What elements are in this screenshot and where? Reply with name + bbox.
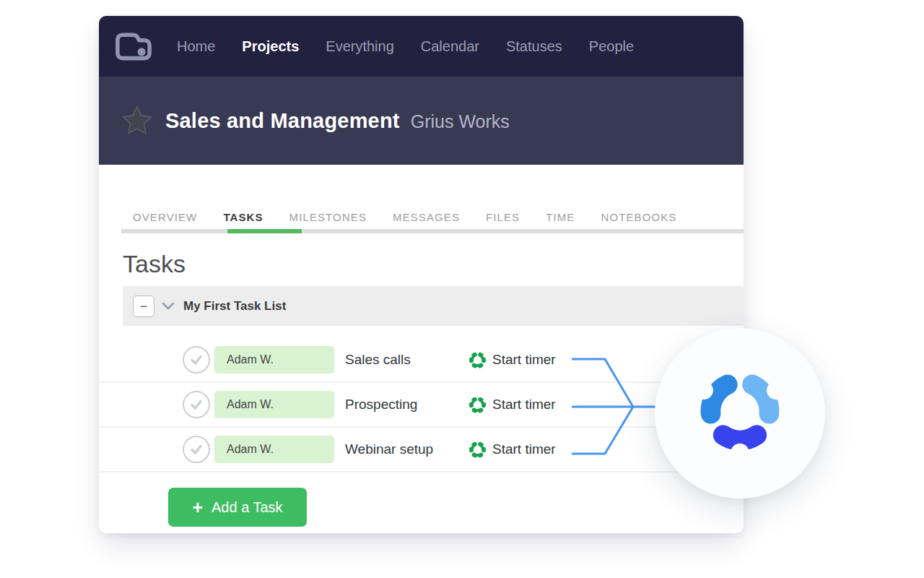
tab-milestones[interactable]: MILESTONES xyxy=(289,211,367,223)
screenshot-stage: Home Projects Everything Calendar Status… xyxy=(0,0,924,578)
tab-overview[interactable]: OVERVIEW xyxy=(133,211,197,223)
tab-files[interactable]: FILES xyxy=(486,211,520,223)
time-tracker-logo-icon xyxy=(694,365,786,457)
assignee-badge: Adam W. xyxy=(214,346,334,374)
task-row: Adam W. Webinar setup Start timer xyxy=(99,428,744,473)
task-name[interactable]: Webinar setup xyxy=(345,441,468,457)
nav-item-everything[interactable]: Everything xyxy=(326,38,394,55)
check-icon xyxy=(189,353,204,367)
top-navigation-bar: Home Projects Everything Calendar Status… xyxy=(99,16,744,77)
project-title-group: Sales and Management Grius Works xyxy=(165,109,510,133)
task-rows: Adam W. Sales calls Start timer xyxy=(99,326,744,473)
add-task-label: Add a Task xyxy=(212,499,283,516)
nav-items: Home Projects Everything Calendar Status… xyxy=(177,38,634,55)
add-task-button[interactable]: + Add a Task xyxy=(168,488,307,527)
tab-time[interactable]: TIME xyxy=(546,211,575,223)
complete-task-checkbox[interactable] xyxy=(183,436,210,463)
task-list-header: − My First Task List xyxy=(123,286,744,326)
start-timer-label: Start timer xyxy=(492,352,556,368)
check-icon xyxy=(189,442,204,457)
project-tabs-row: OVERVIEW TASKS MILESTONES MESSAGES FILES… xyxy=(99,165,744,233)
start-timer-button[interactable]: Start timer xyxy=(468,440,556,460)
task-row: Adam W. Prospecting Start timer xyxy=(99,383,744,428)
chevron-down-icon[interactable] xyxy=(162,302,175,310)
project-header: Sales and Management Grius Works xyxy=(99,77,744,165)
active-tab-underline xyxy=(227,229,302,233)
project-tabs: OVERVIEW TASKS MILESTONES MESSAGES FILES… xyxy=(133,211,744,223)
project-title: Sales and Management xyxy=(165,109,400,133)
nav-item-home[interactable]: Home xyxy=(177,38,215,55)
app-window: Home Projects Everything Calendar Status… xyxy=(99,16,744,533)
tab-tasks[interactable]: TASKS xyxy=(223,211,263,223)
integration-badge xyxy=(655,328,825,499)
nav-item-statuses[interactable]: Statuses xyxy=(506,38,562,55)
page-title: Tasks xyxy=(123,248,744,280)
tab-messages[interactable]: MESSAGES xyxy=(393,211,460,223)
task-row: Adam W. Sales calls Start timer xyxy=(99,338,744,383)
nav-item-calendar[interactable]: Calendar xyxy=(421,38,479,55)
complete-task-checkbox[interactable] xyxy=(183,346,210,374)
nav-item-projects[interactable]: Projects xyxy=(242,38,299,55)
nav-item-people[interactable]: People xyxy=(589,38,634,55)
tabs-underline-track xyxy=(121,229,744,233)
complete-task-checkbox[interactable] xyxy=(183,391,210,418)
tab-notebooks[interactable]: NOTEBOOKS xyxy=(601,211,676,223)
task-list-title: My First Task List xyxy=(183,299,286,314)
timer-logo-icon xyxy=(468,395,487,415)
start-timer-button[interactable]: Start timer xyxy=(468,350,556,370)
check-icon xyxy=(189,397,204,412)
project-subtitle: Grius Works xyxy=(411,111,510,132)
start-timer-button[interactable]: Start timer xyxy=(468,395,556,415)
task-name[interactable]: Prospecting xyxy=(345,397,468,413)
timer-logo-icon xyxy=(468,440,487,460)
assignee-badge: Adam W. xyxy=(214,391,334,418)
app-folder-logo-icon[interactable] xyxy=(114,29,153,64)
assignee-badge: Adam W. xyxy=(214,436,334,463)
star-favorite-icon[interactable] xyxy=(121,104,154,137)
start-timer-label: Start timer xyxy=(492,441,556,457)
timer-logo-icon xyxy=(468,350,487,370)
plus-icon: + xyxy=(192,499,203,517)
collapse-list-button[interactable]: − xyxy=(133,296,154,317)
task-name[interactable]: Sales calls xyxy=(345,352,468,368)
start-timer-label: Start timer xyxy=(492,397,556,413)
